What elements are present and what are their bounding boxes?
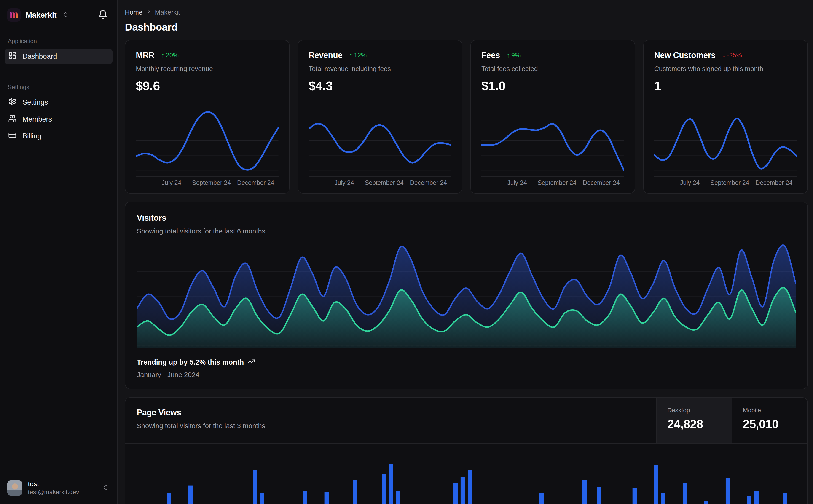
sidebar-item-label: Dashboard bbox=[22, 52, 57, 61]
page-title: Dashboard bbox=[125, 21, 808, 33]
stat-card-mrr: MRR ↑20% Monthly recurring revenue $9.6 … bbox=[125, 40, 290, 194]
notifications-button[interactable] bbox=[96, 8, 109, 22]
sidebar-item-label: Billing bbox=[22, 132, 41, 140]
stat-value: $1.0 bbox=[481, 79, 624, 93]
brand-name: Makerkit bbox=[26, 11, 57, 19]
app-root: m Makerkit Application Dashboard Setting… bbox=[0, 0, 813, 504]
chevrons-up-down-icon bbox=[62, 11, 69, 19]
stat-title: New Customers bbox=[654, 50, 716, 60]
stat-title: Revenue bbox=[309, 50, 343, 60]
page-views-toggles: Desktop 24,828 Mobile 25,010 bbox=[656, 398, 807, 443]
breadcrumb: Home Makerkit bbox=[125, 9, 808, 16]
x-axis: July 24 September 24 December 24 bbox=[309, 176, 451, 187]
visitors-footer: Trending up by 5.2% this month January -… bbox=[137, 358, 796, 379]
visitors-area-chart bbox=[137, 243, 796, 348]
sidebar-item-members[interactable]: Members bbox=[5, 112, 112, 127]
chevrons-up-down-icon bbox=[102, 484, 109, 492]
visitors-date-range: January - June 2024 bbox=[137, 371, 796, 379]
breadcrumb-home[interactable]: Home bbox=[125, 9, 142, 16]
arrow-up-icon: ↑ bbox=[161, 52, 164, 59]
stat-value: $4.3 bbox=[309, 79, 451, 93]
sidebar-nav: Application Dashboard Settings Settings … bbox=[0, 29, 117, 474]
user-name: test bbox=[28, 480, 96, 488]
main-content: Home Makerkit Dashboard MRR ↑20% Monthly… bbox=[117, 0, 813, 504]
credit-card-icon bbox=[8, 131, 16, 141]
workspace-selector[interactable]: m Makerkit bbox=[0, 0, 117, 29]
sidebar-item-settings[interactable]: Settings bbox=[5, 95, 112, 110]
trend-badge: ↑12% bbox=[349, 52, 367, 59]
sparkline-chart: July 24 September 24 December 24 bbox=[654, 107, 797, 187]
arrow-up-icon: ↑ bbox=[349, 52, 352, 59]
sparkline-chart: July 24 September 24 December 24 bbox=[136, 107, 279, 187]
toggle-desktop[interactable]: Desktop 24,828 bbox=[656, 398, 732, 443]
user-menu-button[interactable]: test test@makerkit.dev bbox=[0, 474, 117, 504]
stats-grid: MRR ↑20% Monthly recurring revenue $9.6 … bbox=[125, 40, 808, 194]
x-axis: July 24 September 24 December 24 bbox=[136, 176, 279, 187]
visitors-title: Visitors bbox=[137, 213, 796, 223]
visitors-subtitle: Showing total visitors for the last 6 mo… bbox=[137, 227, 796, 235]
stat-card-revenue: Revenue ↑12% Total revenue including fee… bbox=[298, 40, 462, 194]
bell-icon bbox=[98, 10, 108, 20]
page-views-header: Page Views Showing total visitors for th… bbox=[125, 398, 807, 444]
user-email: test@makerkit.dev bbox=[28, 488, 96, 496]
toggle-mobile[interactable]: Mobile 25,010 bbox=[732, 398, 807, 443]
chevron-right-icon bbox=[146, 9, 151, 16]
stat-card-fees: Fees ↑9% Total fees collected $1.0 July … bbox=[470, 40, 635, 194]
stat-value: $9.6 bbox=[136, 79, 279, 93]
visitors-card: Visitors Showing total visitors for the … bbox=[125, 202, 808, 389]
x-axis: July 24 September 24 December 24 bbox=[654, 176, 797, 187]
stat-card-new-customers: New Customers ↓-25% Customers who signed… bbox=[643, 40, 808, 194]
trend-badge: ↑9% bbox=[507, 52, 520, 59]
page-views-title: Page Views bbox=[137, 408, 645, 417]
x-axis: July 24 September 24 December 24 bbox=[481, 176, 624, 187]
sparkline-chart: July 24 September 24 December 24 bbox=[481, 107, 624, 187]
visitors-trend-text: Trending up by 5.2% this month bbox=[137, 358, 244, 366]
trending-up-icon bbox=[248, 358, 255, 367]
breadcrumb-current: Makerkit bbox=[155, 9, 180, 16]
stat-description: Monthly recurring revenue bbox=[136, 65, 279, 73]
gear-icon bbox=[8, 97, 16, 107]
trend-badge: ↓-25% bbox=[723, 52, 742, 59]
stat-title: MRR bbox=[136, 50, 154, 60]
trend-badge: ↑20% bbox=[161, 52, 178, 59]
nav-group-settings: Settings bbox=[5, 84, 112, 91]
stat-title: Fees bbox=[481, 50, 500, 60]
sidebar-item-dashboard[interactable]: Dashboard bbox=[5, 49, 112, 64]
page-views-subtitle: Showing total visitors for the last 3 mo… bbox=[137, 422, 645, 430]
stat-description: Customers who signed up this month bbox=[654, 65, 797, 73]
sidebar-item-billing[interactable]: Billing bbox=[5, 129, 112, 144]
nav-group-application: Application bbox=[5, 38, 112, 45]
page-views-bar-chart bbox=[125, 444, 807, 504]
stat-description: Total fees collected bbox=[481, 65, 624, 73]
dashboard-icon bbox=[8, 51, 16, 61]
sidebar: m Makerkit Application Dashboard Setting… bbox=[0, 0, 117, 504]
sparkline-chart: July 24 September 24 December 24 bbox=[309, 107, 451, 187]
users-icon bbox=[8, 114, 16, 124]
sidebar-item-label: Members bbox=[22, 115, 52, 123]
brand-logo: m bbox=[7, 8, 21, 22]
avatar bbox=[7, 480, 22, 496]
sidebar-item-label: Settings bbox=[22, 98, 48, 106]
page-views-card: Page Views Showing total visitors for th… bbox=[125, 397, 808, 504]
stat-value: 1 bbox=[654, 79, 797, 93]
stat-description: Total revenue including fees bbox=[309, 65, 451, 73]
arrow-down-icon: ↓ bbox=[723, 52, 726, 59]
arrow-up-icon: ↑ bbox=[507, 52, 510, 59]
